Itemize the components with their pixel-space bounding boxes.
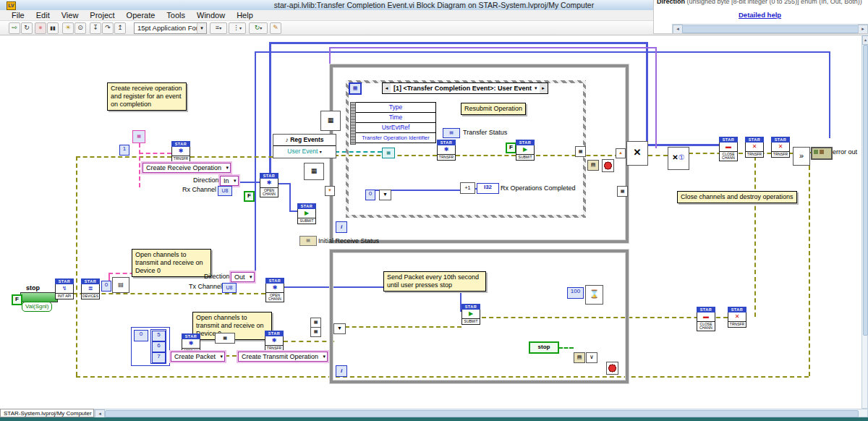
menu-project[interactable]: Project [84, 11, 120, 20]
initial-receive-status-indicator[interactable]: ▤ [299, 236, 317, 246]
star-create-operation-node[interactable]: STAR ✱ TRNSFR [171, 141, 190, 162]
false-constant[interactable]: F [506, 143, 516, 153]
retain-wire-values-button[interactable]: ⊙ [75, 22, 86, 34]
build-array-node[interactable]: ▦ [310, 318, 321, 328]
star-submit-node[interactable]: STAR ▶ SUBMIT [461, 304, 480, 325]
star-submit-node[interactable]: STAR ▶ SUBMIT [297, 203, 316, 224]
context-help-window[interactable]: Direction (unsigned byte [8-bit integer … [653, 0, 868, 34]
step-out-button[interactable]: ↥ [114, 22, 126, 34]
star-create-transmit-node[interactable]: STAR ✱ TRNSFR [265, 331, 284, 352]
scrollbar-thumb[interactable] [682, 25, 860, 33]
source-control-dropdown[interactable]: ↻▾ [249, 22, 268, 34]
star-open-channel-node[interactable]: STAR ✱ OPEN CHANN [265, 278, 284, 302]
prev-event-arrow-icon[interactable]: ◂ [383, 83, 391, 93]
run-button[interactable]: ⇨ [9, 22, 20, 34]
false-constant[interactable]: F [244, 191, 255, 202]
user-event-row[interactable]: User Event ▾ [273, 146, 336, 157]
event-field-usrevtref[interactable]: UsrEvtRef [356, 123, 435, 133]
tunnel[interactable]: ▦ [575, 146, 586, 157]
bundle-node[interactable]: ▦ [304, 163, 324, 180]
scrollbar-thumb[interactable] [863, 45, 868, 336]
run-continuous-button[interactable]: ↻ [21, 22, 33, 34]
highlight-execution-button[interactable]: ☀ [62, 22, 74, 34]
step-into-button[interactable]: ↧ [90, 22, 101, 34]
iteration-terminal[interactable]: i [336, 365, 347, 377]
tunnel[interactable]: ▦ [617, 186, 628, 197]
font-selector[interactable]: 15pt Application Font ▾ [134, 22, 207, 34]
build-array-node[interactable]: ▦ [310, 327, 321, 337]
packet-convert-node[interactable]: ▦ [215, 333, 235, 344]
funnel-node[interactable]: ▼ [333, 323, 346, 334]
menu-tools[interactable]: Tools [161, 11, 191, 20]
menu-view[interactable]: View [56, 11, 85, 20]
star-trnsfr-node[interactable]: STAR ✱ TRNSFR [437, 140, 456, 161]
create-transmit-operation-dropdown[interactable]: Create Transmit Operation [238, 352, 328, 362]
event-data-node[interactable]: Type Time UsrEvtRef Transfer Operation I… [355, 102, 436, 143]
direction-in-constant[interactable]: In [220, 176, 239, 186]
vertical-scrollbar[interactable]: ▲ [861, 35, 868, 409]
block-diagram-canvas[interactable]: ◂ [1] <Transfer Completion Event>: User … [0, 35, 861, 409]
array-constant[interactable]: 0 5 6 7 [131, 327, 170, 366]
shift-register-right-icon[interactable]: ▲ [616, 148, 626, 158]
menu-help[interactable]: Help [231, 11, 259, 20]
star-destroy-operation-node[interactable]: STAR ✕ TRNSFR [728, 307, 746, 328]
false-constant[interactable]: F [12, 294, 22, 305]
scroll-right-button[interactable]: ▸ [858, 25, 868, 34]
detailed-help-link[interactable]: Detailed help [739, 11, 781, 19]
execution-target-indicator[interactable]: STAR-System.lvproj/My Computer [0, 409, 94, 417]
array-index-box[interactable]: 0 [134, 330, 148, 341]
event-field-time[interactable]: Time [356, 113, 435, 123]
event-field-transfer-operation-identifier[interactable]: Transfer Operation Identifier [356, 133, 435, 143]
rx-channel-constant[interactable]: U8 [218, 186, 232, 196]
zero-constant[interactable]: 0 [365, 190, 375, 200]
context-help-hscrollbar[interactable]: ◂ ▸ [672, 24, 868, 33]
merge-errors-node[interactable]: » [793, 147, 810, 166]
menu-operate[interactable]: Operate [121, 11, 161, 20]
star-open-channel-node[interactable]: STAR ✱ OPEN CHANN [260, 173, 278, 197]
tx-channel-constant[interactable]: U8 [222, 283, 237, 293]
loop-condition-terminal[interactable] [606, 362, 618, 375]
device-index-constant[interactable]: 0 [101, 281, 111, 292]
shift-register-left-icon[interactable]: ▼ [325, 186, 335, 196]
event-structure-selector[interactable]: ◂ [1] <Transfer Completion Event>: User … [382, 82, 548, 94]
pause-button[interactable]: ▮▮ [47, 22, 59, 34]
loop-condition-terminal[interactable] [602, 159, 614, 172]
iteration-terminal[interactable]: i [336, 221, 347, 233]
unbundle-status-node[interactable]: ▤ [587, 160, 599, 171]
or-gate-node[interactable]: ∨ [586, 352, 597, 363]
register-for-events-node[interactable]: ♪ Reg Events User Event ▾ [273, 134, 336, 158]
clean-up-diagram-button[interactable]: ✎ [270, 22, 281, 34]
star-submit-node[interactable]: STAR ▶ SUBMIT [516, 140, 535, 161]
star-devices-node[interactable]: STAR ≣ DEVICES [81, 278, 100, 299]
menu-window[interactable]: Window [191, 11, 231, 20]
step-over-button[interactable]: ↷ [102, 22, 114, 34]
destroy-user-event-node[interactable]: ✕① [668, 147, 689, 170]
align-objects-dropdown[interactable]: ≡▾ [210, 22, 227, 34]
val-signal-property[interactable]: Val(Sgnl) [22, 302, 52, 312]
menu-edit[interactable]: Edit [30, 11, 56, 20]
direction-out-constant[interactable]: Out [231, 272, 255, 282]
event-field-type[interactable]: Type [356, 103, 435, 113]
rx-operations-indicator[interactable]: I32 [477, 183, 499, 194]
wait-until-next-ms-node[interactable]: ⌛ [585, 285, 603, 305]
funnel-node[interactable]: ▼ [379, 190, 391, 200]
transfer-status-indicator[interactable]: ▤ [443, 128, 460, 138]
next-event-arrow-icon[interactable]: ▸ [540, 83, 548, 93]
star-destroy-operation-node[interactable]: STAR ✕ TRNSFR [745, 137, 764, 158]
stop-slide-control[interactable] [20, 292, 58, 302]
create-packet-dropdown[interactable]: Create Packet [171, 352, 225, 362]
distribute-objects-dropdown[interactable]: ⋮▾ [229, 22, 246, 34]
array-item[interactable]: 5 [152, 331, 166, 341]
scroll-up-button[interactable]: ▲ [862, 35, 868, 45]
cluster-constant[interactable]: ▦ [132, 130, 145, 143]
horizontal-scrollbar[interactable]: ◂ [94, 409, 868, 417]
star-destroy-operation-node[interactable]: STAR ✕ TRNSFR [771, 137, 790, 158]
array-elements[interactable]: 5 6 7 [150, 329, 166, 364]
dynamic-event-terminal[interactable]: ▦ [382, 148, 395, 158]
create-receive-operation-dropdown[interactable]: Create Receive Operation [142, 163, 231, 173]
array-item[interactable]: 6 [152, 341, 166, 352]
star-init-api-node[interactable]: STAR ↯ INIT API [55, 278, 74, 299]
index-array-node[interactable]: ▤ [112, 277, 129, 293]
abort-button[interactable]: ● [35, 22, 46, 34]
scrollbar-thumb[interactable] [105, 410, 859, 417]
